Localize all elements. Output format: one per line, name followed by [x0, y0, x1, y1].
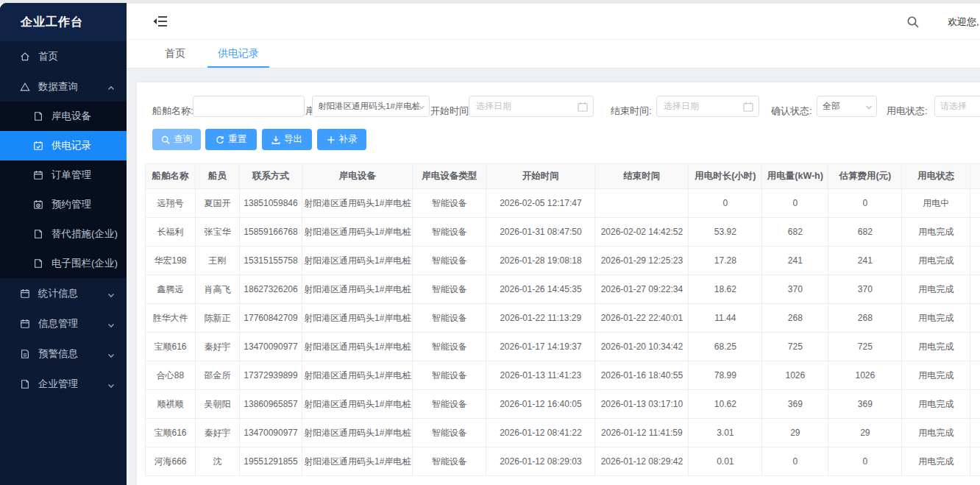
sidebar-item-label: 预警信息 — [38, 347, 78, 361]
sidebar-item-info-mgmt[interactable]: 信息管理 — [0, 308, 127, 339]
welcome-text: 欢迎您, — [948, 15, 979, 29]
table-cell: 241 — [762, 247, 828, 275]
table-cell: 13860965857 — [240, 390, 302, 419]
table-cell: 2026-01-12 08:41:22 — [486, 419, 595, 447]
sidebar-item-order-mgmt[interactable]: 订单管理 — [0, 160, 127, 190]
table-cell: 2026-01-28 19:08:18 — [486, 247, 595, 275]
table-cell: 用电完成 — [902, 333, 970, 361]
table-row: 河海666沈19551291855射阳港区通用码头1#岸电桩智能设备2026-0… — [146, 447, 980, 476]
table-cell: 张宝华 — [196, 218, 240, 247]
table-cell: 11.44 — [689, 304, 762, 333]
table-cell: 用电完成 — [902, 390, 970, 419]
screen: 企业工作台 首页数据查询岸电设备供电记录订单管理预约管理替代措施(企业)电子围栏… — [0, 0, 980, 485]
sidebar-item-stats-info[interactable]: 统计信息 — [0, 278, 127, 308]
table-cell: 夏国开 — [196, 189, 240, 218]
table-cell: 秦好宇 — [196, 333, 240, 361]
sidebar-item-alt-measures[interactable]: 替代措施(企业) — [0, 219, 127, 249]
table-cell: 268 — [762, 304, 828, 333]
records-card: 船舶名称: 岸电设备: 射阳港区通用码头1#岸电桩 开始时间: 选择日期 结束时… — [137, 82, 980, 485]
export-button-label: 导出 — [284, 133, 302, 146]
column-header: 用电状态 — [902, 164, 970, 189]
table-cell: 陈新正 — [196, 304, 240, 333]
power-status-label: 用电状态: — [887, 101, 928, 121]
table-cell: 369 — [828, 390, 902, 419]
table-cell: 370 — [762, 275, 828, 304]
table-cell: 2026-01-22 11:13:29 — [486, 304, 595, 333]
start-time-label: 开始时间: — [430, 101, 472, 121]
device-select[interactable]: 射阳港区通用码头1#岸电桩 — [312, 96, 430, 117]
table-cell: 邵金所 — [196, 361, 240, 390]
sidebar-item-data-query[interactable]: 数据查询 — [0, 71, 127, 102]
calendar-icon — [32, 169, 44, 181]
table-cell: 241 — [828, 247, 902, 275]
sidebar-item-e-fence[interactable]: 电子围栏(企业) — [0, 249, 127, 278]
tab-home[interactable]: 首页 — [149, 40, 202, 68]
export-button[interactable]: 导出 — [262, 129, 312, 150]
table-cell: 2026-02-05 12:17:47 — [486, 189, 595, 218]
table-cell: 19551291855 — [240, 447, 302, 476]
column-header-clipped — [970, 164, 980, 189]
chevron-down-icon — [865, 103, 873, 110]
table-cell: 1026 — [762, 361, 828, 390]
table-cell: 17760842709 — [240, 304, 302, 333]
table-cell: 射阳港区通用码头1#岸电桩 — [302, 304, 413, 333]
table-cell-clipped — [970, 419, 980, 447]
end-date-input[interactable]: 选择日期 — [656, 96, 759, 117]
confirm-status-label: 确认状态: — [771, 101, 812, 121]
chevron-down-icon — [107, 350, 115, 358]
table-cell: 725 — [762, 333, 828, 361]
sidebar-item-shore-device[interactable]: 岸电设备 — [0, 102, 127, 131]
document-icon — [32, 258, 44, 269]
table-cell: 射阳港区通用码头1#岸电桩 — [302, 390, 413, 419]
table-cell: 智能设备 — [413, 361, 486, 390]
table-cell: 用电完成 — [902, 361, 970, 390]
supplement-button-label: 补录 — [339, 133, 358, 146]
table-cell-clipped — [970, 189, 980, 218]
table-cell: 长福利 — [146, 218, 196, 247]
sidebar-item-booking-mgmt[interactable]: 预约管理 — [0, 190, 127, 219]
power-status-select[interactable]: 请选择 — [934, 96, 980, 117]
sidebar: 企业工作台 首页数据查询岸电设备供电记录订单管理预约管理替代措施(企业)电子围栏… — [0, 3, 127, 485]
table-row: 鑫腾远肖高飞18627326206射阳港区通用码头1#岸电桩智能设备2026-0… — [146, 275, 980, 304]
table-cell: 用电完成 — [902, 447, 970, 476]
sidebar-item-enterprise-mgmt[interactable]: 企业管理 — [0, 369, 127, 399]
tab-bar: 首页供电记录 — [127, 40, 980, 68]
column-header: 用电量(kW-h) — [762, 164, 828, 189]
table-cell: 智能设备 — [413, 447, 486, 476]
reset-button[interactable]: 重置 — [205, 129, 257, 150]
start-date-input[interactable]: 选择日期 — [469, 96, 594, 117]
table-cell: 2026-01-12 16:40:05 — [486, 390, 595, 419]
table-cell: 15859166768 — [240, 218, 302, 247]
table-row: 胜华大件陈新正17760842709射阳港区通用码头1#岸电桩智能设备2026-… — [146, 304, 980, 333]
sidebar-item-power-records[interactable]: 供电记录 — [0, 131, 127, 160]
table-cell: 智能设备 — [413, 390, 486, 419]
sidebar-item-label: 替代措施(企业) — [52, 227, 118, 241]
document-icon — [32, 228, 44, 240]
table-cell-clipped — [970, 275, 980, 304]
tab-power-records[interactable]: 供电记录 — [202, 40, 275, 68]
calendar-check-icon — [32, 140, 44, 152]
table-cell: 0.01 — [689, 447, 762, 476]
supplement-button[interactable]: 补录 — [317, 129, 366, 150]
table-cell: 射阳港区通用码头1#岸电桩 — [302, 361, 413, 390]
search-icon[interactable] — [906, 15, 920, 29]
sidebar-item-home[interactable]: 首页 — [0, 41, 127, 71]
app-title: 企业工作台 — [0, 3, 127, 41]
document-icon — [32, 110, 44, 122]
collapse-sidebar-icon[interactable] — [153, 15, 168, 28]
sidebar-item-warning-info[interactable]: 预警信息 — [0, 339, 127, 369]
query-button[interactable]: 查询 — [152, 129, 201, 150]
table-cell: 射阳港区通用码头1#岸电桩 — [302, 275, 413, 304]
confirm-status-select[interactable]: 全部 — [817, 96, 877, 117]
sidebar-item-label: 企业管理 — [38, 378, 78, 391]
table-cell: 沈 — [196, 447, 240, 476]
table-cell: 68.25 — [689, 333, 762, 361]
column-header: 联系方式 — [240, 164, 302, 189]
table-cell: 10.62 — [689, 390, 762, 419]
ship-name-input[interactable] — [193, 96, 305, 117]
table-cell: 用电完成 — [902, 304, 970, 333]
calendar-icon — [578, 102, 588, 112]
table-cell: 智能设备 — [413, 247, 486, 275]
table-cell: 鑫腾远 — [146, 275, 196, 304]
sidebar-item-label: 电子围栏(企业) — [52, 257, 118, 270]
